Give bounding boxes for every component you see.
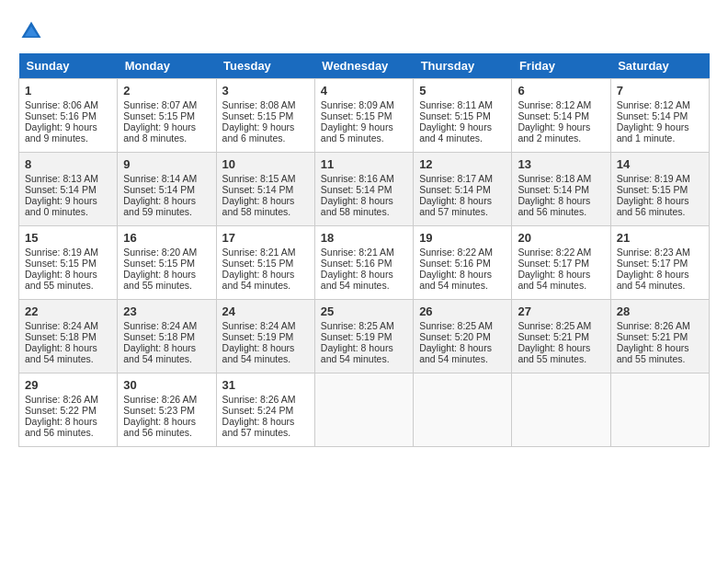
cell-info-line: Sunset: 5:15 PM [222,110,309,121]
column-header-tuesday: Tuesday [216,53,314,79]
cell-info-line: Sunset: 5:14 PM [617,110,703,121]
cell-info-line: Daylight: 8 hours [25,342,111,353]
cell-info-line: Daylight: 8 hours [518,269,604,280]
cell-info-line: Sunset: 5:15 PM [222,258,309,269]
cell-info-line: Sunrise: 8:26 AM [222,394,309,405]
column-header-monday: Monday [118,53,216,79]
cell-info-line: and 54 minutes. [321,353,407,364]
calendar-cell: 31Sunrise: 8:26 AMSunset: 5:24 PMDayligh… [216,373,314,447]
cell-info-line: Daylight: 9 hours [25,121,111,132]
cell-info-line: and 1 minute. [617,132,703,144]
cell-info-line: Daylight: 8 hours [321,195,407,206]
cell-info-line: and 54 minutes. [419,280,506,291]
cell-info-line: Sunrise: 8:17 AM [419,173,506,184]
cell-info-line: Daylight: 8 hours [321,269,407,280]
day-number: 17 [222,231,309,245]
cell-info-line: Sunset: 5:20 PM [419,331,506,342]
calendar-cell: 2Sunrise: 8:07 AMSunset: 5:15 PMDaylight… [118,79,216,153]
cell-info-line: Sunrise: 8:12 AM [518,99,604,110]
calendar-cell: 10Sunrise: 8:15 AMSunset: 5:14 PMDayligh… [216,153,314,226]
cell-info-line: Sunrise: 8:26 AM [123,394,210,405]
cell-info-line: and 56 minutes. [518,206,604,217]
calendar-cell: 17Sunrise: 8:21 AMSunset: 5:15 PMDayligh… [216,226,314,300]
cell-info-line: and 54 minutes. [518,280,604,291]
calendar-cell: 7Sunrise: 8:12 AMSunset: 5:14 PMDaylight… [610,79,709,153]
cell-info-line: Sunrise: 8:20 AM [123,247,210,258]
cell-info-line: Sunset: 5:14 PM [123,184,210,195]
cell-info-line: Sunset: 5:18 PM [123,331,210,342]
cell-info-line: Daylight: 8 hours [222,416,309,427]
calendar-cell: 21Sunrise: 8:23 AMSunset: 5:17 PMDayligh… [610,226,709,300]
cell-info-line: Sunrise: 8:15 AM [222,173,309,184]
day-number: 4 [321,84,407,98]
calendar-cell: 25Sunrise: 8:25 AMSunset: 5:19 PMDayligh… [314,300,413,373]
cell-info-line: and 54 minutes. [123,353,210,364]
day-number: 19 [419,231,506,245]
calendar-week-row: 15Sunrise: 8:19 AMSunset: 5:15 PMDayligh… [19,226,710,300]
day-number: 21 [617,231,703,245]
cell-info-line: Sunrise: 8:13 AM [25,173,111,184]
cell-info-line: Daylight: 9 hours [617,121,703,132]
cell-info-line: Daylight: 8 hours [25,269,111,280]
cell-info-line: and 54 minutes. [321,280,407,291]
cell-info-line: Daylight: 8 hours [419,195,506,206]
cell-info-line: and 54 minutes. [25,353,111,364]
cell-info-line: Sunset: 5:19 PM [321,331,407,342]
cell-info-line: Sunset: 5:16 PM [321,258,407,269]
cell-info-line: and 4 minutes. [419,132,506,144]
calendar-cell: 28Sunrise: 8:26 AMSunset: 5:21 PMDayligh… [610,300,709,373]
cell-info-line: Sunset: 5:14 PM [518,110,604,121]
day-number: 28 [617,304,703,318]
cell-info-line: Daylight: 8 hours [518,342,604,353]
cell-info-line: and 55 minutes. [25,280,111,291]
cell-info-line: Sunset: 5:15 PM [123,258,210,269]
cell-info-line: Daylight: 8 hours [222,195,309,206]
cell-info-line: Sunrise: 8:24 AM [25,320,111,331]
calendar-cell: 9Sunrise: 8:14 AMSunset: 5:14 PMDaylight… [118,153,216,226]
column-header-wednesday: Wednesday [314,53,413,79]
calendar-cell: 15Sunrise: 8:19 AMSunset: 5:15 PMDayligh… [19,226,118,300]
day-number: 8 [25,157,111,171]
calendar-week-row: 8Sunrise: 8:13 AMSunset: 5:14 PMDaylight… [19,153,710,226]
page-header [18,18,710,44]
cell-info-line: Sunrise: 8:12 AM [617,99,703,110]
calendar-cell: 12Sunrise: 8:17 AMSunset: 5:14 PMDayligh… [414,153,512,226]
cell-info-line: Daylight: 8 hours [123,416,210,427]
day-number: 27 [518,304,604,318]
calendar-cell [610,373,709,447]
cell-info-line: and 0 minutes. [25,206,111,217]
day-number: 10 [222,157,309,171]
cell-info-line: Daylight: 9 hours [222,121,309,132]
calendar-cell [414,373,512,447]
day-number: 25 [321,304,407,318]
cell-info-line: Sunset: 5:17 PM [617,258,703,269]
cell-info-line: Sunset: 5:24 PM [222,405,309,416]
day-number: 14 [617,157,703,171]
cell-info-line: Sunrise: 8:07 AM [123,99,210,110]
day-number: 12 [419,157,506,171]
calendar-header-row: SundayMondayTuesdayWednesdayThursdayFrid… [19,53,710,79]
day-number: 29 [25,378,111,392]
cell-info-line: Sunset: 5:15 PM [25,258,111,269]
cell-info-line: Daylight: 8 hours [123,195,210,206]
cell-info-line: Sunset: 5:14 PM [25,184,111,195]
calendar-cell: 14Sunrise: 8:19 AMSunset: 5:15 PMDayligh… [610,153,709,226]
cell-info-line: and 55 minutes. [123,280,210,291]
day-number: 5 [419,84,506,98]
calendar-cell [314,373,413,447]
cell-info-line: Sunrise: 8:06 AM [25,99,111,110]
cell-info-line: Sunrise: 8:25 AM [518,320,604,331]
cell-info-line: Sunset: 5:23 PM [123,405,210,416]
calendar-week-row: 22Sunrise: 8:24 AMSunset: 5:18 PMDayligh… [19,300,710,373]
cell-info-line: Daylight: 8 hours [419,269,506,280]
cell-info-line: Sunrise: 8:19 AM [617,173,703,184]
day-number: 2 [123,84,210,98]
cell-info-line: Sunset: 5:14 PM [222,184,309,195]
cell-info-line: and 9 minutes. [25,132,111,144]
cell-info-line: and 54 minutes. [419,353,506,364]
cell-info-line: Sunrise: 8:22 AM [419,247,506,258]
calendar-cell: 8Sunrise: 8:13 AMSunset: 5:14 PMDaylight… [19,153,118,226]
cell-info-line: Sunrise: 8:25 AM [419,320,506,331]
cell-info-line: Daylight: 8 hours [617,342,703,353]
cell-info-line: Daylight: 9 hours [518,121,604,132]
